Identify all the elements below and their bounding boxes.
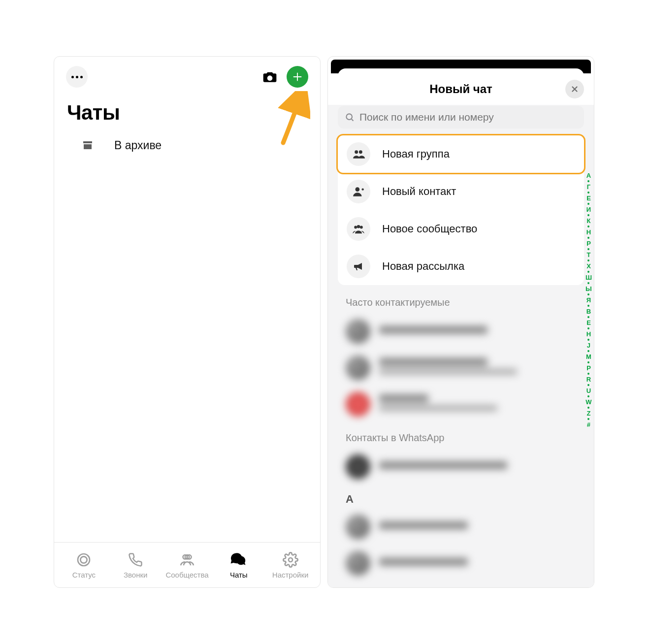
sheet-title: Новый чат [429, 82, 492, 96]
avatar [346, 515, 370, 539]
index-dot [587, 361, 589, 363]
archived-row[interactable]: В архиве [54, 135, 320, 155]
index-dot [587, 271, 589, 273]
status-icon [75, 551, 93, 569]
index-letter[interactable]: U [586, 387, 591, 394]
phone-icon [127, 551, 144, 569]
index-letter[interactable]: P [586, 364, 591, 372]
index-letter[interactable]: К [586, 217, 590, 225]
tab-status[interactable]: Статус [60, 551, 107, 579]
index-letter[interactable]: Я [586, 296, 591, 304]
avatar [346, 319, 370, 344]
index-letter[interactable]: Е [586, 194, 591, 202]
contact-row[interactable] [336, 545, 586, 581]
contact-row[interactable] [336, 313, 586, 350]
contact-row[interactable] [336, 386, 586, 422]
index-dot [587, 192, 589, 193]
communities-icon [178, 551, 196, 569]
index-letter[interactable]: M [586, 353, 591, 360]
section-frequent-title: Часто контактируемые [328, 297, 594, 313]
index-letter-heading: A [328, 485, 594, 509]
svg-point-0 [78, 554, 90, 566]
page-title: Чаты [54, 87, 320, 135]
add-contact-icon [347, 180, 370, 203]
sheet-backdrop [331, 60, 591, 73]
close-button[interactable] [565, 80, 584, 98]
action-new-contact[interactable]: Новый контакт [338, 173, 584, 210]
index-letter[interactable]: W [585, 398, 591, 406]
action-label: Новое сообщество [382, 223, 477, 235]
plus-icon [292, 71, 303, 82]
avatar [346, 454, 370, 479]
contact-row[interactable] [336, 350, 586, 386]
new-chat-button[interactable] [287, 66, 308, 88]
index-dot [587, 395, 589, 397]
index-letter[interactable]: Ш [585, 274, 592, 281]
index-dot [587, 282, 589, 284]
more-button[interactable] [66, 66, 88, 88]
group-icon [347, 142, 370, 166]
camera-icon [262, 69, 278, 85]
action-new-broadcast[interactable]: Новая рассылка [338, 248, 584, 285]
avatar [346, 392, 370, 417]
index-dot [587, 407, 589, 409]
index-dot [587, 293, 589, 295]
alpha-index-rail[interactable]: АГЕИКНРТХШЫЯBEHJMPRUWZ# [585, 172, 592, 428]
index-dot [587, 373, 589, 375]
index-letter[interactable]: H [586, 330, 591, 338]
action-new-community[interactable]: Новое сообщество [338, 210, 584, 248]
chats-screen: Чаты В архиве Статус Звонки [54, 56, 321, 588]
contact-row[interactable] [336, 449, 586, 485]
index-letter[interactable]: Х [586, 262, 591, 270]
index-letter[interactable]: Z [586, 410, 590, 417]
new-chat-sheet-screen: Новый чат Новая [327, 56, 594, 588]
index-dot [587, 305, 589, 307]
index-letter[interactable]: Р [586, 240, 591, 247]
index-letter[interactable]: А [586, 172, 591, 179]
action-new-group[interactable]: Новая группа [336, 134, 585, 174]
tab-settings[interactable]: Настройки [267, 551, 314, 579]
index-letter[interactable]: R [586, 376, 591, 383]
index-letter[interactable]: J [587, 342, 590, 349]
svg-point-11 [357, 225, 360, 228]
tab-label: Сообщества [165, 571, 208, 579]
action-label: Новый контакт [382, 185, 456, 198]
tab-chats[interactable]: Чаты [215, 551, 262, 579]
camera-button[interactable] [259, 66, 281, 88]
tab-bar: Статус Звонки Сообщества Чаты [54, 542, 320, 587]
archived-label: В архиве [114, 139, 162, 152]
index-letter[interactable]: B [586, 308, 591, 315]
tab-calls[interactable]: Звонки [112, 551, 159, 579]
contact-row[interactable] [336, 509, 586, 545]
index-dot [587, 259, 589, 261]
avatar [346, 551, 370, 576]
index-dot [587, 384, 589, 386]
tab-label: Статус [72, 571, 96, 579]
index-dot [587, 316, 589, 318]
search-field[interactable] [338, 106, 584, 129]
svg-point-9 [356, 187, 360, 192]
more-icon [71, 76, 83, 78]
index-letter[interactable]: Ы [585, 285, 592, 292]
index-letter[interactable]: Г [587, 183, 590, 191]
search-input[interactable] [359, 111, 577, 123]
tab-label: Звонки [124, 571, 147, 579]
svg-point-10 [354, 226, 357, 229]
tab-communities[interactable]: Сообщества [163, 551, 211, 579]
section-whatsapp-title: Контакты в WhatsApp [328, 432, 594, 449]
svg-point-5 [289, 558, 292, 562]
sheet-header: Новый чат [328, 73, 594, 105]
index-dot [587, 350, 589, 352]
index-letter[interactable]: Н [586, 228, 591, 236]
index-dot [587, 327, 589, 329]
gear-icon [282, 551, 299, 569]
index-letter[interactable]: Т [586, 251, 590, 258]
index-letter[interactable]: И [586, 206, 591, 213]
action-label: Новая рассылка [382, 260, 464, 273]
svg-point-7 [355, 150, 358, 154]
chats-header [54, 57, 320, 87]
index-letter[interactable]: # [587, 421, 590, 428]
index-dot [587, 203, 589, 205]
megaphone-icon [347, 255, 370, 278]
index-letter[interactable]: E [586, 319, 591, 326]
